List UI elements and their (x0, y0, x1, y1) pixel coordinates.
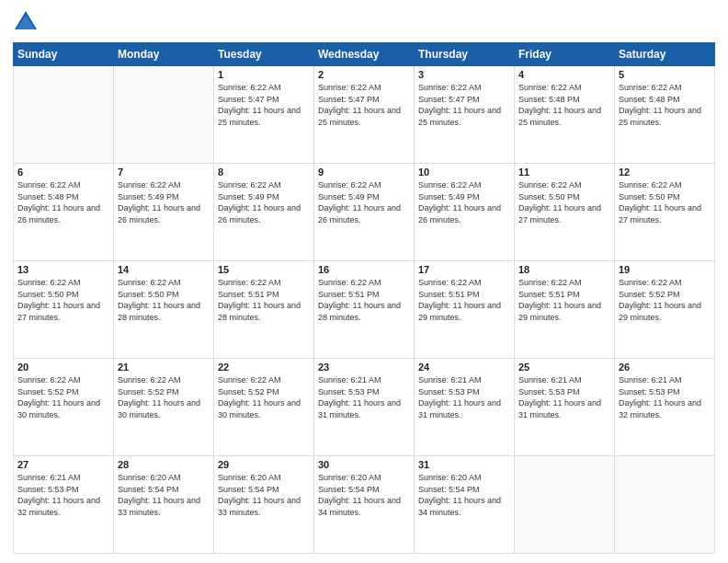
day-info: Sunrise: 6:21 AM Sunset: 5:53 PM Dayligh… (318, 374, 410, 420)
day-number: 17 (418, 264, 510, 275)
calendar-table: SundayMondayTuesdayWednesdayThursdayFrid… (13, 42, 715, 554)
calendar-week-3: 13Sunrise: 6:22 AM Sunset: 5:50 PM Dayli… (14, 261, 715, 359)
calendar-cell: 17Sunrise: 6:22 AM Sunset: 5:51 PM Dayli… (415, 261, 515, 359)
page: SundayMondayTuesdayWednesdayThursdayFrid… (0, 0, 728, 563)
day-number: 16 (318, 264, 410, 275)
logo (13, 9, 42, 35)
calendar-cell: 20Sunrise: 6:22 AM Sunset: 5:52 PM Dayli… (14, 359, 114, 456)
calendar-header-thursday: Thursday (415, 43, 515, 66)
day-info: Sunrise: 6:21 AM Sunset: 5:53 PM Dayligh… (17, 472, 109, 518)
day-info: Sunrise: 6:22 AM Sunset: 5:50 PM Dayligh… (518, 179, 610, 225)
calendar-cell: 22Sunrise: 6:22 AM Sunset: 5:52 PM Dayli… (214, 359, 314, 456)
calendar-cell: 6Sunrise: 6:22 AM Sunset: 5:48 PM Daylig… (14, 164, 114, 261)
calendar-cell: 25Sunrise: 6:21 AM Sunset: 5:53 PM Dayli… (515, 359, 615, 456)
day-number: 30 (318, 459, 410, 470)
day-number: 10 (418, 167, 510, 178)
day-number: 21 (118, 362, 210, 373)
calendar-cell: 28Sunrise: 6:20 AM Sunset: 5:54 PM Dayli… (114, 456, 214, 554)
day-info: Sunrise: 6:20 AM Sunset: 5:54 PM Dayligh… (218, 472, 310, 518)
day-info: Sunrise: 6:22 AM Sunset: 5:51 PM Dayligh… (318, 277, 410, 323)
day-info: Sunrise: 6:22 AM Sunset: 5:50 PM Dayligh… (619, 179, 711, 225)
day-info: Sunrise: 6:22 AM Sunset: 5:47 PM Dayligh… (218, 82, 310, 128)
calendar-cell: 19Sunrise: 6:22 AM Sunset: 5:52 PM Dayli… (615, 261, 715, 359)
day-info: Sunrise: 6:22 AM Sunset: 5:47 PM Dayligh… (318, 82, 410, 128)
day-number: 31 (418, 459, 510, 470)
day-number: 25 (518, 362, 610, 373)
day-info: Sunrise: 6:22 AM Sunset: 5:50 PM Dayligh… (118, 277, 210, 323)
calendar-header-row: SundayMondayTuesdayWednesdayThursdayFrid… (14, 43, 715, 66)
calendar-header-friday: Friday (515, 43, 615, 66)
day-info: Sunrise: 6:22 AM Sunset: 5:52 PM Dayligh… (619, 277, 711, 323)
calendar-cell: 29Sunrise: 6:20 AM Sunset: 5:54 PM Dayli… (214, 456, 314, 554)
calendar-week-5: 27Sunrise: 6:21 AM Sunset: 5:53 PM Dayli… (14, 456, 715, 554)
calendar-cell: 3Sunrise: 6:22 AM Sunset: 5:47 PM Daylig… (415, 66, 515, 164)
calendar-cell: 21Sunrise: 6:22 AM Sunset: 5:52 PM Dayli… (114, 359, 214, 456)
day-info: Sunrise: 6:20 AM Sunset: 5:54 PM Dayligh… (118, 472, 210, 518)
calendar-header-sunday: Sunday (14, 43, 114, 66)
calendar-cell: 30Sunrise: 6:20 AM Sunset: 5:54 PM Dayli… (314, 456, 415, 554)
calendar-cell: 10Sunrise: 6:22 AM Sunset: 5:49 PM Dayli… (415, 164, 515, 261)
calendar-cell: 16Sunrise: 6:22 AM Sunset: 5:51 PM Dayli… (314, 261, 415, 359)
day-number: 18 (518, 264, 610, 275)
calendar-cell: 26Sunrise: 6:21 AM Sunset: 5:53 PM Dayli… (615, 359, 715, 456)
day-number: 9 (318, 167, 410, 178)
calendar-cell (515, 456, 615, 554)
day-info: Sunrise: 6:22 AM Sunset: 5:52 PM Dayligh… (17, 374, 109, 420)
day-number: 2 (318, 69, 410, 80)
header (13, 9, 715, 35)
day-info: Sunrise: 6:22 AM Sunset: 5:51 PM Dayligh… (518, 277, 610, 323)
calendar-week-2: 6Sunrise: 6:22 AM Sunset: 5:48 PM Daylig… (14, 164, 715, 261)
calendar-cell: 11Sunrise: 6:22 AM Sunset: 5:50 PM Dayli… (515, 164, 615, 261)
day-number: 29 (218, 459, 310, 470)
day-number: 19 (619, 264, 711, 275)
calendar-cell: 1Sunrise: 6:22 AM Sunset: 5:47 PM Daylig… (214, 66, 314, 164)
day-info: Sunrise: 6:22 AM Sunset: 5:48 PM Dayligh… (619, 82, 711, 128)
day-info: Sunrise: 6:20 AM Sunset: 5:54 PM Dayligh… (318, 472, 410, 518)
day-info: Sunrise: 6:22 AM Sunset: 5:52 PM Dayligh… (218, 374, 310, 420)
calendar-cell: 14Sunrise: 6:22 AM Sunset: 5:50 PM Dayli… (114, 261, 214, 359)
calendar-cell: 12Sunrise: 6:22 AM Sunset: 5:50 PM Dayli… (615, 164, 715, 261)
calendar-cell: 27Sunrise: 6:21 AM Sunset: 5:53 PM Dayli… (14, 456, 114, 554)
day-info: Sunrise: 6:22 AM Sunset: 5:51 PM Dayligh… (418, 277, 510, 323)
calendar-cell: 5Sunrise: 6:22 AM Sunset: 5:48 PM Daylig… (615, 66, 715, 164)
day-info: Sunrise: 6:22 AM Sunset: 5:52 PM Dayligh… (118, 374, 210, 420)
logo-icon (13, 9, 39, 35)
day-info: Sunrise: 6:21 AM Sunset: 5:53 PM Dayligh… (418, 374, 510, 420)
day-number: 22 (218, 362, 310, 373)
calendar-cell: 7Sunrise: 6:22 AM Sunset: 5:49 PM Daylig… (114, 164, 214, 261)
day-info: Sunrise: 6:20 AM Sunset: 5:54 PM Dayligh… (418, 472, 510, 518)
calendar-header-monday: Monday (114, 43, 214, 66)
calendar-cell: 15Sunrise: 6:22 AM Sunset: 5:51 PM Dayli… (214, 261, 314, 359)
day-number: 27 (17, 459, 109, 470)
calendar-cell: 2Sunrise: 6:22 AM Sunset: 5:47 PM Daylig… (314, 66, 415, 164)
day-info: Sunrise: 6:22 AM Sunset: 5:48 PM Dayligh… (17, 179, 109, 225)
day-number: 5 (619, 69, 711, 80)
day-number: 15 (218, 264, 310, 275)
day-number: 13 (17, 264, 109, 275)
day-info: Sunrise: 6:22 AM Sunset: 5:49 PM Dayligh… (218, 179, 310, 225)
day-info: Sunrise: 6:21 AM Sunset: 5:53 PM Dayligh… (518, 374, 610, 420)
calendar-cell: 8Sunrise: 6:22 AM Sunset: 5:49 PM Daylig… (214, 164, 314, 261)
day-number: 14 (118, 264, 210, 275)
day-info: Sunrise: 6:22 AM Sunset: 5:51 PM Dayligh… (218, 277, 310, 323)
day-number: 24 (418, 362, 510, 373)
calendar-week-4: 20Sunrise: 6:22 AM Sunset: 5:52 PM Dayli… (14, 359, 715, 456)
day-info: Sunrise: 6:22 AM Sunset: 5:47 PM Dayligh… (418, 82, 510, 128)
day-info: Sunrise: 6:21 AM Sunset: 5:53 PM Dayligh… (619, 374, 711, 420)
day-number: 20 (17, 362, 109, 373)
day-number: 8 (218, 167, 310, 178)
day-number: 4 (518, 69, 610, 80)
day-number: 28 (118, 459, 210, 470)
calendar-header-wednesday: Wednesday (314, 43, 415, 66)
day-number: 7 (118, 167, 210, 178)
calendar-cell (14, 66, 114, 164)
calendar-cell: 13Sunrise: 6:22 AM Sunset: 5:50 PM Dayli… (14, 261, 114, 359)
day-info: Sunrise: 6:22 AM Sunset: 5:49 PM Dayligh… (418, 179, 510, 225)
calendar-cell: 23Sunrise: 6:21 AM Sunset: 5:53 PM Dayli… (314, 359, 415, 456)
day-info: Sunrise: 6:22 AM Sunset: 5:49 PM Dayligh… (318, 179, 410, 225)
day-info: Sunrise: 6:22 AM Sunset: 5:50 PM Dayligh… (17, 277, 109, 323)
day-number: 23 (318, 362, 410, 373)
calendar-header-tuesday: Tuesday (214, 43, 314, 66)
calendar-cell: 18Sunrise: 6:22 AM Sunset: 5:51 PM Dayli… (515, 261, 615, 359)
calendar-cell (615, 456, 715, 554)
